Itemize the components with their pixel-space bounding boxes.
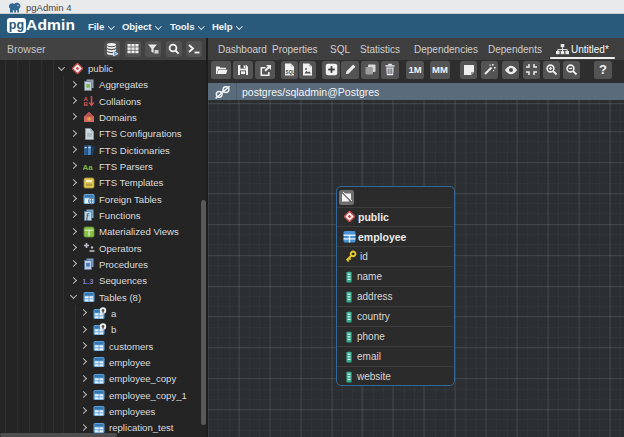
svg-text:1..3: 1..3: [83, 278, 94, 285]
svg-text:SQL: SQL: [286, 70, 295, 75]
svg-text:B: B: [84, 102, 89, 108]
svg-text:Aa: Aa: [83, 163, 93, 172]
